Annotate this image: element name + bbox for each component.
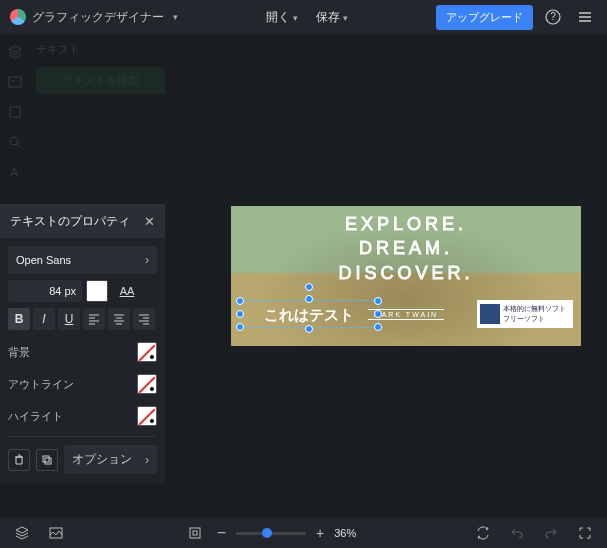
align-right-button[interactable] (133, 308, 155, 330)
svg-text:A: A (10, 165, 19, 180)
align-left-button[interactable] (83, 308, 105, 330)
search-icon[interactable] (7, 134, 23, 150)
options-button[interactable]: オプション › (64, 445, 157, 474)
bottom-bar: − + 36% (0, 518, 607, 548)
properties-panel: テキストのプロパティ ✕ Open Sans › 84 px AA B (0, 204, 165, 484)
highlight-label: ハイライト (8, 409, 63, 424)
top-bar: グラフィックデザイナー ▾ 開く▾ 保存▾ アップグレード ? (0, 0, 607, 34)
resize-handle[interactable] (236, 297, 244, 305)
hero-text[interactable]: EXPLORE. DREAM. DISCOVER. (231, 212, 581, 285)
font-selector[interactable]: Open Sans › (8, 246, 157, 274)
svg-rect-8 (43, 456, 49, 462)
font-size-input[interactable]: 84 px (8, 280, 82, 302)
svg-line-6 (17, 144, 20, 147)
app-logo-icon (10, 9, 26, 25)
loop-icon[interactable] (471, 521, 495, 545)
help-icon[interactable]: ? (541, 5, 565, 29)
layers-icon[interactable] (10, 521, 34, 545)
svg-rect-11 (190, 528, 200, 538)
badge-icon (480, 304, 500, 324)
text-color-swatch[interactable] (86, 280, 108, 302)
chevron-down-icon: ▾ (343, 13, 348, 23)
zoom-out-button[interactable]: − (217, 524, 226, 542)
align-center-button[interactable] (108, 308, 130, 330)
underline-button[interactable]: U (58, 308, 80, 330)
resize-handle[interactable] (374, 310, 382, 318)
design-canvas[interactable]: EXPLORE. DREAM. DISCOVER. MARK TWAIN 本格的… (231, 206, 581, 346)
svg-rect-4 (10, 107, 20, 117)
delete-button[interactable] (8, 449, 30, 471)
bg-color-swatch[interactable] (137, 342, 157, 362)
resize-handle[interactable] (305, 325, 313, 333)
resize-handle[interactable] (236, 310, 244, 318)
resize-handle[interactable] (236, 323, 244, 331)
shape-icon[interactable] (7, 104, 23, 120)
fit-icon[interactable] (183, 521, 207, 545)
menu-icon[interactable] (573, 5, 597, 29)
svg-rect-9 (45, 458, 51, 464)
panel-title: テキストのプロパティ (10, 213, 130, 230)
text-icon[interactable]: A (7, 164, 23, 180)
badge[interactable]: 本格的に無料ソフトフリーソフト (477, 300, 573, 328)
save-menu[interactable]: 保存▾ (316, 9, 348, 26)
resize-handle[interactable] (305, 295, 313, 303)
svg-text:?: ? (550, 11, 556, 22)
outline-color-swatch[interactable] (137, 374, 157, 394)
chevron-down-icon: ▾ (293, 13, 298, 23)
resize-handle[interactable] (374, 323, 382, 331)
background-icon[interactable] (44, 521, 68, 545)
chevron-right-icon: › (145, 253, 149, 267)
canvas-area[interactable]: EXPLORE. DREAM. DISCOVER. MARK TWAIN 本格的… (165, 34, 607, 518)
resize-handle[interactable] (374, 297, 382, 305)
caps-toggle[interactable]: AA (112, 280, 142, 302)
chevron-right-icon: › (145, 453, 149, 467)
add-text-button[interactable]: テキストを追加 (36, 67, 165, 94)
zoom-slider[interactable] (236, 532, 306, 535)
zoom-in-button[interactable]: + (316, 525, 324, 541)
duplicate-button[interactable] (36, 449, 58, 471)
app-title[interactable]: グラフィックデザイナー (32, 9, 164, 26)
undo-icon[interactable] (505, 521, 529, 545)
bg-label: 背景 (8, 345, 30, 360)
section-label: テキスト (36, 42, 165, 57)
italic-button[interactable]: I (33, 308, 55, 330)
redo-icon[interactable] (539, 521, 563, 545)
svg-point-5 (10, 137, 18, 145)
close-icon[interactable]: ✕ (144, 214, 155, 229)
svg-rect-12 (193, 531, 197, 535)
highlight-color-swatch[interactable] (137, 406, 157, 426)
fullscreen-icon[interactable] (573, 521, 597, 545)
selected-text-box[interactable]: これはテスト (239, 300, 379, 328)
outline-label: アウトライン (8, 377, 74, 392)
open-menu[interactable]: 開く▾ (266, 9, 298, 26)
rotate-handle[interactable] (305, 283, 313, 291)
upgrade-button[interactable]: アップグレード (436, 5, 533, 30)
zoom-value: 36% (334, 527, 356, 539)
bold-button[interactable]: B (8, 308, 30, 330)
chevron-down-icon[interactable]: ▾ (173, 12, 178, 22)
zoom-thumb[interactable] (262, 528, 272, 538)
